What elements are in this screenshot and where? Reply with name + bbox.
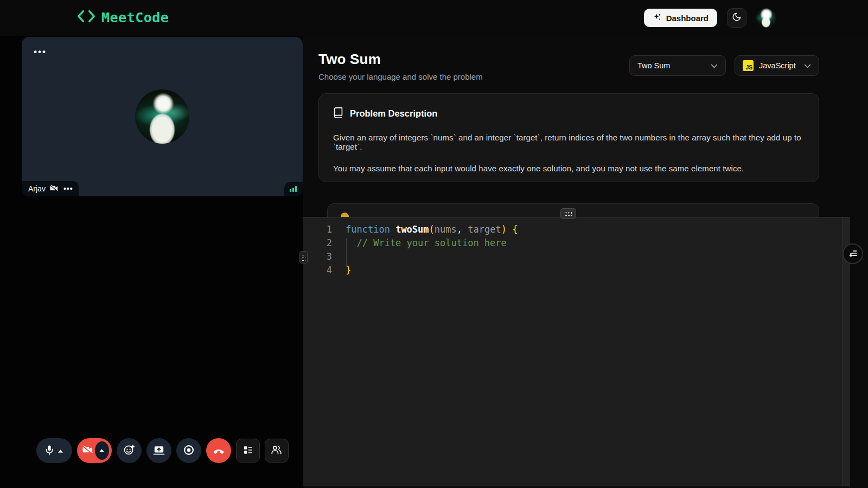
dashboard-button[interactable]: Dashboard (644, 9, 717, 27)
code-content[interactable]: function twoSum(nums, target) { // Write… (346, 223, 518, 277)
layout-button[interactable] (236, 439, 260, 463)
code-icon (76, 9, 96, 26)
camera-button[interactable] (77, 438, 112, 463)
language-select[interactable]: JS JavaScript (735, 55, 819, 76)
app-root: MeetCode Dashboard (0, 0, 868, 488)
problem-paragraph-2: You may assume that each input would hav… (333, 164, 805, 173)
screen-share-button[interactable] (146, 438, 171, 463)
signal-bars-icon (289, 184, 298, 194)
camera-options-caret-icon[interactable] (95, 441, 109, 460)
sparkles-icon (653, 12, 662, 23)
book-icon (333, 107, 343, 120)
call-controls-bar (22, 438, 303, 463)
screen-share-icon (153, 445, 165, 457)
resize-dots-icon (302, 254, 305, 261)
problem-description-card: Problem Description Given an array of in… (318, 93, 819, 182)
record-button[interactable] (176, 438, 201, 463)
hang-up-button[interactable] (206, 438, 231, 463)
chip-more-options-icon[interactable]: ••• (63, 184, 73, 193)
hang-up-icon (212, 444, 225, 458)
chevron-down-icon (711, 61, 718, 70)
camera-off-icon (82, 445, 94, 456)
header: MeetCode Dashboard (0, 0, 868, 36)
record-icon (183, 444, 195, 458)
line-number-gutter: 1234 (303, 223, 332, 277)
problem-title: Two Sum (318, 51, 483, 68)
problem-subtitle: Choose your language and solve the probl… (318, 72, 483, 81)
problem-header: Two Sum Choose your language and solve t… (318, 51, 483, 81)
drag-dots-icon (565, 211, 572, 216)
mic-button[interactable] (36, 438, 72, 463)
app-logo: MeetCode (76, 9, 169, 26)
video-call-panel: ••• Arjav ••• (0, 36, 303, 488)
participant-name-chip: Arjav ••• (22, 181, 79, 196)
participants-icon (271, 445, 282, 457)
moon-icon (732, 12, 742, 24)
mic-icon (44, 445, 54, 457)
problem-description-header: Problem Description (333, 107, 805, 120)
participants-button[interactable] (265, 439, 289, 463)
problem-select-value: Two Sum (637, 61, 705, 70)
connection-quality-badge (284, 182, 303, 196)
problem-select[interactable]: Two Sum (629, 55, 726, 76)
language-select-value: JavaScript (759, 61, 799, 70)
emoji-reaction-icon (123, 444, 135, 458)
code-editor[interactable]: 1234 function twoSum(nums, target) { // … (303, 217, 850, 486)
camera-off-icon (50, 184, 59, 194)
tune-filter-icon (847, 248, 858, 260)
mic-options-caret-icon[interactable] (58, 447, 63, 455)
javascript-icon: JS (743, 60, 754, 71)
chevron-down-icon (804, 61, 811, 70)
theme-toggle-button[interactable] (727, 8, 746, 28)
participant-video-tile: ••• Arjav ••• (22, 37, 303, 196)
participant-name: Arjav (28, 184, 46, 193)
select-group: Two Sum JS JavaScript (629, 55, 819, 76)
layout-icon (242, 445, 253, 457)
code-editor-surface[interactable]: 1234 function twoSum(nums, target) { // … (303, 217, 850, 486)
reactions-button[interactable] (117, 438, 142, 463)
dashboard-label: Dashboard (666, 14, 709, 23)
editor-drag-handle[interactable] (560, 208, 576, 219)
tile-more-options-icon[interactable]: ••• (34, 47, 47, 57)
problem-paragraph-1: Given an array of integers `nums` and an… (333, 133, 805, 151)
panel-resize-handle[interactable] (299, 251, 308, 264)
user-avatar[interactable] (756, 8, 776, 28)
problem-description-title: Problem Description (350, 108, 437, 119)
app-title: MeetCode (101, 10, 169, 25)
header-actions: Dashboard (644, 8, 776, 28)
participant-avatar (135, 89, 189, 144)
editor-settings-button[interactable] (843, 243, 863, 264)
